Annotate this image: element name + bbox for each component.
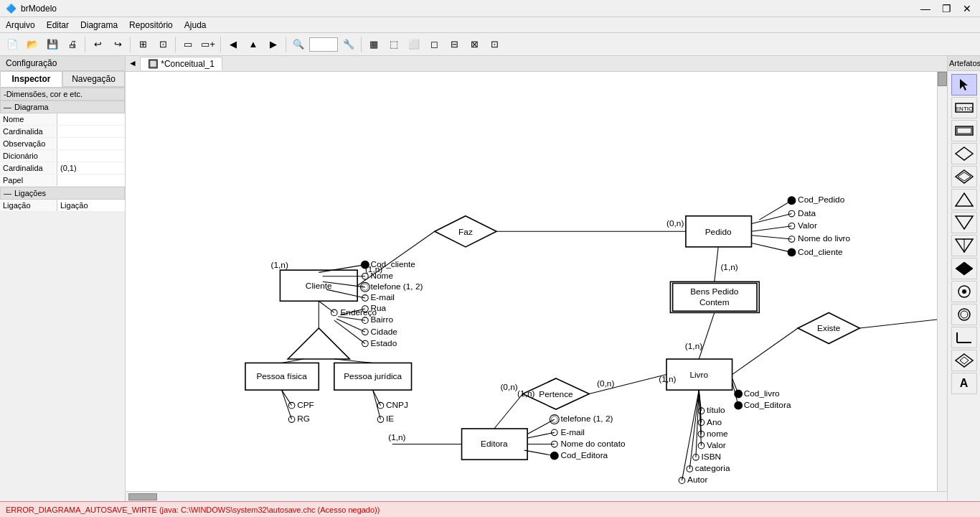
relation-tool-button[interactable] [951,143,977,164]
menu-ajuda[interactable]: Ajuda [179,19,212,32]
dicionario-value[interactable] [57,150,125,162]
svg-point-111 [550,452,558,460]
svg-text:E-mail: E-mail [370,292,395,302]
svg-text:(1,n): (1,n) [517,388,534,398]
title-bar-controls[interactable]: — ❐ ✕ [918,3,974,14]
sep2 [130,37,131,52]
artefatos-header: Artefatos [948,56,980,71]
menu-repositorio[interactable]: Repositório [123,19,179,32]
up-button[interactable]: ▲ [244,35,263,54]
canvas-scroll-h[interactable] [126,491,947,501]
canvas-scroll-v[interactable] [937,72,947,492]
tb-btn-10[interactable]: ◻ [425,35,443,54]
svg-point-98 [377,416,384,422]
svg-text:Pertence: Pertence [539,388,573,399]
zoom-fit-button[interactable]: ⊡ [154,35,172,54]
tb-btn-8[interactable]: ⬚ [385,35,403,54]
svg-marker-162 [956,216,973,229]
config-tab[interactable]: Configuração [0,56,125,71]
svg-text:Cod_cliente: Cod_cliente [370,258,415,269]
ligacao-value[interactable]: Ligação [57,200,125,211]
svg-text:(0,n): (0,n) [597,378,614,388]
tb-btn-11[interactable]: ⊟ [445,35,463,54]
svg-text:Pessoa jurídica: Pessoa jurídica [344,371,402,381]
close-button[interactable]: ✕ [960,3,974,14]
diamond-tool-button[interactable] [951,258,977,279]
link-tool-button[interactable] [951,327,977,348]
attr-circle-tool-button[interactable] [951,281,977,302]
svg-text:(0,n): (0,n) [666,218,684,228]
restore-button[interactable]: ❐ [939,3,954,14]
tb-btn-9[interactable]: ⬜ [405,35,423,54]
entity-tool-button[interactable]: ENTIO [951,97,977,118]
svg-text:RG: RG [297,414,310,424]
inspector-content: -Dimensões, cor e etc. — Diagrama Nome C… [0,88,125,501]
svg-text:Rua: Rua [370,303,386,313]
canvas-nav-left[interactable]: ◄ [126,58,140,68]
canvas-tab-conceitual[interactable]: 🔲 *Conceitual_1 [140,57,222,70]
papel-value[interactable] [57,174,125,186]
sep3 [175,37,176,52]
right-panel: Artefatos ENTIO [947,56,980,501]
svg-text:Bens Pedido: Bens Pedido [690,286,738,296]
svg-text:categoria: categoria [695,463,730,473]
canvas-wrapper[interactable]: Cliente Pessoa física Pessoa jurídica Pe… [126,72,937,492]
redo-button[interactable]: ↪ [108,35,127,54]
new-button[interactable]: 📄 [3,35,22,54]
composite-icon [954,353,974,368]
status-message: ERROR_DIAGRAMA_AUTOSAVE_WIRTE (java: C:\… [6,506,380,514]
cardinalidade2-row: Cardinalida (0,1) [0,162,125,174]
save-button[interactable]: 💾 [43,35,62,54]
svg-point-167 [962,289,966,294]
dimensoes-header: -Dimensões, cor e etc. [0,88,125,101]
minimize-button[interactable]: — [918,3,933,14]
text-tool-button[interactable]: A [951,373,977,394]
composite-tool-button[interactable] [951,350,977,371]
print-button[interactable]: 🖨 [63,35,82,54]
spec-down-tool-button[interactable] [951,212,977,233]
cardinalidade2-value[interactable]: (0,1) [57,162,125,174]
svg-point-169 [961,311,968,318]
canvas-row: Cliente Pessoa física Pessoa jurídica Pe… [126,72,947,492]
spec-up-tool-button[interactable] [951,189,977,210]
tb-btn-12[interactable]: ⊠ [465,35,484,54]
menu-arquivo[interactable]: Arquivo [0,19,41,32]
inspector-tab[interactable]: Inspector [0,71,62,87]
text-icon: A [960,377,969,390]
prev-button[interactable]: ◀ [224,35,242,54]
svg-text:Valor: Valor [798,220,817,230]
artefatos-tools: ENTIO [948,71,980,397]
open-button[interactable]: 📂 [23,35,42,54]
observacao-value[interactable] [57,138,125,149]
menu-diagrama[interactable]: Diagrama [75,19,123,32]
ligacao-row: Ligação Ligação [0,200,125,212]
svg-text:Data: Data [798,208,816,218]
weak-entity-tool-button[interactable] [951,120,977,141]
svg-text:Cod_Editora: Cod_Editora [744,399,791,409]
minus-icon: — [4,103,11,111]
copy-entity-button[interactable]: ▭ [179,35,197,54]
observacao-row: Observação [0,138,125,150]
weak-relation-tool-button[interactable] [951,166,977,187]
er-diagram: Cliente Pessoa física Pessoa jurídica Pe… [126,72,937,492]
grid-button[interactable]: ▦ [364,35,383,54]
svg-text:(1,n): (1,n) [685,341,702,351]
navegacao-tab[interactable]: Navegação [62,71,125,87]
cardinalidade-value[interactable] [57,126,125,137]
attr-down-tool-button[interactable] [951,235,977,256]
tb-btn-13[interactable]: ⊡ [485,35,504,54]
nome-value[interactable] [57,113,125,125]
next-button[interactable]: ▶ [264,35,283,54]
zoom-input[interactable]: 75% [309,37,338,52]
undo-button[interactable]: ↩ [88,35,107,54]
cursor-tool-button[interactable] [951,74,977,96]
diagrama-label: Diagrama [14,103,49,111]
menu-editar[interactable]: Editar [41,19,75,32]
tab-icon: 🔲 [148,59,159,69]
attr-circle2-tool-button[interactable] [951,304,977,325]
zoom-tool-button[interactable]: 🔧 [339,35,358,54]
svg-text:CNPJ: CNPJ [386,399,408,409]
main-area: Configuração Inspector Navegação -Dimens… [0,56,980,501]
paste-entity-button[interactable]: ▭+ [199,35,217,54]
fit-button[interactable]: ⊞ [133,35,152,54]
